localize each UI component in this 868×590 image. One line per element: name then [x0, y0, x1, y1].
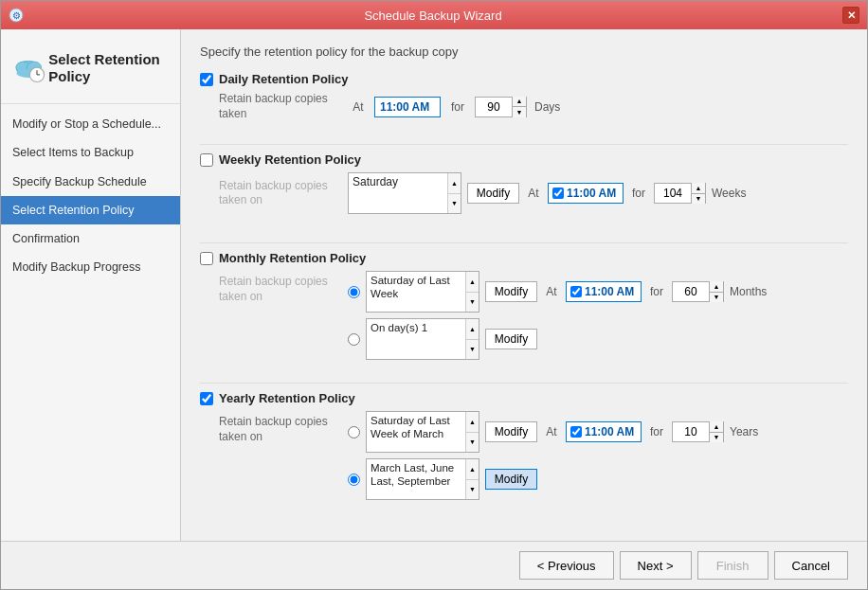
monthly-day-text-2: On day(s) 1	[371, 322, 427, 333]
yearly-checkbox[interactable]	[200, 392, 213, 405]
monthly-day-text-1: Saturday of LastWeek	[371, 275, 450, 299]
finish-button[interactable]: Finish	[697, 551, 769, 580]
monthly-radio-row-2: On day(s) 1 ▲ ▼ Modify	[348, 318, 772, 360]
daily-at-label: At	[350, 100, 367, 114]
daily-section: Daily Retention Policy Retain backup cop…	[200, 72, 848, 127]
sidebar-item-select-retention[interactable]: Select Retention Policy	[1, 196, 180, 224]
monthly-day-value-2: On day(s) 1	[367, 319, 465, 359]
yearly-day-value-1: Saturday of LastWeek of March	[367, 412, 465, 452]
sidebar-item-select-items[interactable]: Select Items to Backup	[1, 138, 180, 167]
monthly-months-up-button[interactable]: ▲	[710, 281, 723, 292]
daily-header: Daily Retention Policy	[200, 72, 848, 86]
monthly-months-input[interactable]	[673, 282, 709, 301]
weekly-time-field[interactable]: 11:00 AM	[548, 183, 624, 204]
monthly-day-listbox-1[interactable]: Saturday of LastWeek ▲ ▼	[366, 271, 479, 313]
weekly-weeks-input[interactable]	[655, 184, 691, 203]
daily-days-spinner[interactable]: ▲ ▼	[475, 97, 527, 117]
weekly-time-value: 11:00 AM	[567, 187, 616, 200]
weekly-row: Retain backup copies taken on Saturday ▲…	[219, 172, 848, 214]
weekly-for-label: for	[629, 187, 648, 200]
yearly-years-spinner[interactable]: ▲ ▼	[672, 421, 724, 442]
monthly-label: Monthly Retention Policy	[219, 251, 366, 265]
weekly-weeks-spinner[interactable]: ▲ ▼	[654, 183, 706, 204]
daily-days-input[interactable]	[476, 98, 512, 116]
yearly-time-field[interactable]: 11:00 AM	[566, 421, 642, 442]
yearly-row: Retain backup copies taken on Saturday o…	[219, 411, 848, 500]
monthly-radio-1[interactable]	[348, 286, 360, 298]
yearly-at-label: At	[543, 425, 560, 438]
weekly-section: Weekly Retention Policy Retain backup co…	[200, 152, 848, 225]
yearly-scroll-down-1[interactable]: ▼	[466, 432, 479, 453]
yearly-scroll-up-2[interactable]: ▲	[466, 459, 479, 479]
monthly-months-down-button[interactable]: ▼	[710, 292, 723, 303]
sidebar-item-confirmation[interactable]: Confirmation	[1, 224, 180, 253]
yearly-day-listbox-1[interactable]: Saturday of LastWeek of March ▲ ▼	[366, 411, 479, 453]
monthly-modify-button-2[interactable]: Modify	[485, 329, 537, 349]
weekly-checkbox[interactable]	[200, 153, 213, 167]
weekly-day-scroll-down[interactable]: ▼	[448, 193, 461, 214]
monthly-months-spinner[interactable]: ▲ ▼	[672, 281, 724, 302]
monthly-time-field[interactable]: 11:00 AM	[566, 281, 642, 302]
footer: < Previous Next > Finish Cancel	[1, 541, 867, 589]
weekly-day-scroll: ▲ ▼	[447, 173, 461, 213]
sidebar-item-modify-stop[interactable]: Modify or Stop a Schedule...	[1, 110, 180, 138]
yearly-section: Yearly Retention Policy Retain backup co…	[200, 391, 848, 506]
yearly-radio-2[interactable]	[348, 474, 360, 486]
yearly-years-input[interactable]	[673, 422, 709, 441]
monthly-section: Monthly Retention Policy Retain backup c…	[200, 251, 848, 366]
monthly-time-checkbox[interactable]	[570, 286, 582, 297]
daily-checkbox[interactable]	[200, 73, 213, 86]
monthly-checkbox[interactable]	[200, 252, 213, 265]
yearly-years-down-button[interactable]: ▼	[710, 432, 723, 443]
yearly-unit-label: Years	[730, 425, 772, 438]
next-button[interactable]: Next >	[620, 551, 692, 580]
monthly-header: Monthly Retention Policy	[200, 251, 848, 265]
weekly-weeks-up-button[interactable]: ▲	[692, 183, 705, 193]
monthly-day-scroll-1: ▲ ▼	[465, 272, 479, 312]
monthly-day-scroll-2: ▲ ▼	[465, 319, 479, 359]
weekly-time-checkbox[interactable]	[552, 188, 564, 199]
cancel-button[interactable]: Cancel	[774, 551, 848, 580]
yearly-modify-button-1[interactable]: Modify	[485, 421, 537, 442]
weekly-modify-button[interactable]: Modify	[467, 183, 519, 204]
yearly-day-value-2: March Last, JuneLast, September	[367, 459, 465, 499]
previous-button[interactable]: < Previous	[519, 551, 614, 580]
yearly-scroll-down-2[interactable]: ▼	[466, 479, 479, 500]
yearly-years-up-button[interactable]: ▲	[710, 421, 723, 432]
weekly-body: Retain backup copies taken on Saturday ▲…	[200, 172, 848, 225]
yearly-scroll-up-1[interactable]: ▲	[466, 412, 479, 432]
sidebar-item-modify-progress[interactable]: Modify Backup Progress	[1, 253, 180, 281]
monthly-scroll-up-2[interactable]: ▲	[466, 319, 479, 339]
svg-text:⚙: ⚙	[12, 10, 21, 21]
weekly-row-label: Retain backup copies taken on	[219, 179, 342, 208]
monthly-day-listbox-2[interactable]: On day(s) 1 ▲ ▼	[366, 318, 479, 360]
weekly-at-label: At	[525, 187, 542, 200]
yearly-modify-button-2[interactable]: Modify	[485, 469, 537, 490]
yearly-label: Yearly Retention Policy	[219, 391, 355, 405]
monthly-modify-button-1[interactable]: Modify	[485, 281, 537, 302]
yearly-radio-1[interactable]	[348, 426, 360, 438]
yearly-header: Yearly Retention Policy	[200, 391, 848, 405]
monthly-body: Retain backup copies taken on Saturday o…	[200, 271, 848, 366]
weekly-weeks-down-button[interactable]: ▼	[692, 193, 705, 205]
yearly-day-scroll-2: ▲ ▼	[465, 459, 479, 499]
monthly-row: Retain backup copies taken on Saturday o…	[219, 271, 848, 360]
daily-days-down-button[interactable]: ▼	[513, 106, 526, 117]
sidebar-item-specify-schedule[interactable]: Specify Backup Schedule	[1, 168, 180, 196]
monthly-day-value-1: Saturday of LastWeek	[367, 272, 465, 312]
monthly-scroll-down-2[interactable]: ▼	[466, 339, 479, 360]
yearly-day-listbox-2[interactable]: March Last, JuneLast, September ▲ ▼	[366, 458, 479, 500]
daily-days-up-button[interactable]: ▲	[513, 97, 526, 107]
daily-time-field[interactable]: 11:00 AM	[374, 97, 441, 117]
close-button[interactable]: ✕	[842, 7, 859, 24]
weekly-day-scroll-up[interactable]: ▲	[448, 173, 461, 193]
weekly-day-listbox[interactable]: Saturday ▲ ▼	[348, 172, 461, 214]
divider-3	[200, 383, 848, 384]
yearly-day-scroll-1: ▲ ▼	[465, 412, 479, 452]
yearly-time-checkbox[interactable]	[570, 426, 582, 438]
weekly-header: Weekly Retention Policy	[200, 152, 848, 167]
monthly-scroll-down-1[interactable]: ▼	[466, 292, 479, 313]
monthly-radio-2[interactable]	[348, 333, 360, 346]
window: ⚙ Schedule Backup Wizard ✕	[0, 0, 868, 590]
monthly-scroll-up-1[interactable]: ▲	[466, 272, 479, 292]
